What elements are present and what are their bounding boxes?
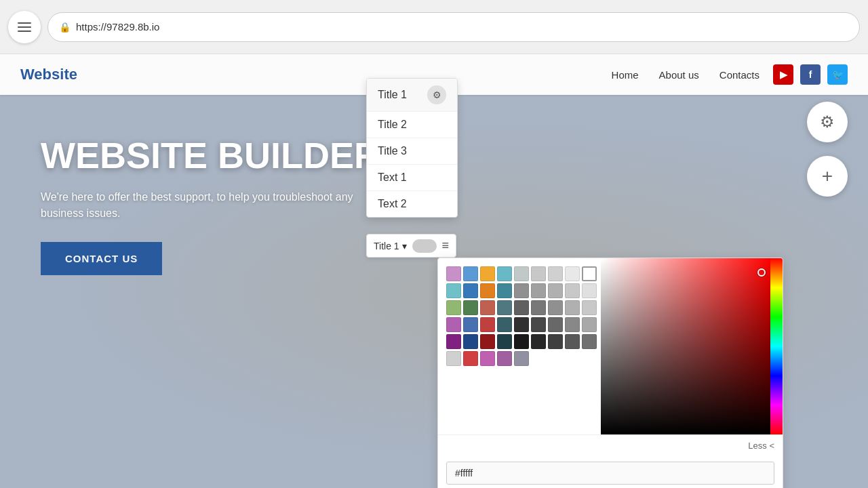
less-button[interactable]: Less < [748,441,774,451]
browser-chrome: 🔒 https://97829.8b.io [0,0,868,54]
swatch[interactable] [463,334,478,349]
swatch[interactable] [565,283,580,298]
swatch[interactable] [480,317,495,332]
nav-contacts[interactable]: Contacts [719,69,760,81]
swatch[interactable] [480,300,495,315]
dropdown-menu: Title 1 ⚙ Title 2 Title 3 Text 1 Text 2 [366,78,458,218]
swatch[interactable] [446,334,461,349]
swatch[interactable] [497,334,512,349]
nav-about[interactable]: About us [659,69,699,81]
swatch[interactable] [548,334,563,349]
swatch[interactable] [565,266,580,281]
swatch[interactable] [497,283,512,298]
swatch[interactable] [480,351,495,366]
swatch[interactable] [446,300,461,315]
twitter-icon[interactable]: 🐦 [827,64,848,85]
swatch[interactable] [582,283,597,298]
toolbar-title-text: Title 1 [374,241,399,251]
align-icon[interactable]: ≡ [442,239,450,253]
menu-line [18,26,31,28]
address-bar[interactable]: 🔒 https://97829.8b.io [47,12,860,42]
color-picker-panel: Less < [437,258,783,488]
swatch[interactable] [497,300,512,315]
swatch[interactable] [514,283,529,298]
picker-crosshair [757,268,766,277]
swatch[interactable] [446,351,461,366]
swatch[interactable] [480,266,495,281]
dropdown-item-label: Title 1 [378,89,407,101]
swatch[interactable] [497,351,512,366]
gradient-brightness [601,258,770,434]
site-nav: Home About us Contacts [612,69,760,81]
dropdown-item-title3[interactable]: Title 3 [367,138,457,165]
swatch[interactable] [531,317,546,332]
lock-icon: 🔒 [59,22,71,33]
swatch[interactable] [463,283,478,298]
fab-add-button[interactable]: + [807,156,848,197]
dropdown-item-title2[interactable]: Title 2 [367,112,457,138]
swatch[interactable] [463,300,478,315]
site-logo: Website [20,66,612,83]
nav-home[interactable]: Home [612,69,639,81]
gradient-picker[interactable] [601,258,783,434]
swatch[interactable] [480,283,495,298]
swatch[interactable] [514,266,529,281]
hero-content: WEBSITE BUILDER We're here to offer the … [41,136,393,275]
swatch[interactable] [531,300,546,315]
hero-title: WEBSITE BUILDER [41,136,393,176]
swatch[interactable] [480,334,495,349]
youtube-icon[interactable]: ▶ [773,64,793,85]
chevron-down-icon: ▾ [402,241,407,251]
dropdown-item-title1[interactable]: Title 1 ⚙ [367,79,457,112]
dropdown-container: Title 1 ⚙ Title 2 Title 3 Text 1 Text 2 [366,78,458,218]
dropdown-item-text2[interactable]: Text 2 [367,191,457,217]
facebook-icon[interactable]: f [800,64,821,85]
swatch[interactable] [548,317,563,332]
contact-us-button[interactable]: CONTACT US [41,242,162,275]
dropdown-item-label: Title 2 [378,119,407,131]
swatch[interactable] [463,351,478,366]
dropdown-item-label: Text 2 [378,198,407,210]
less-btn-row: Less < [438,434,783,456]
hue-bar[interactable] [770,258,783,434]
dropdown-settings-cog[interactable]: ⚙ [427,85,446,104]
social-icons: ▶ f 🐦 [773,64,848,85]
swatch[interactable] [565,334,580,349]
swatch[interactable] [531,283,546,298]
color-picker-inner [438,258,783,434]
swatch[interactable] [548,300,563,315]
swatch[interactable] [514,351,529,366]
swatch[interactable] [565,317,580,332]
swatch[interactable] [514,334,529,349]
swatch[interactable] [463,266,478,281]
hex-input[interactable] [446,462,774,485]
cog-icon: ⚙ [433,89,441,100]
swatch[interactable] [582,300,597,315]
swatch[interactable] [463,317,478,332]
plus-icon: + [822,165,833,187]
swatch[interactable] [531,334,546,349]
swatch[interactable] [446,283,461,298]
swatch[interactable] [446,317,461,332]
text-toolbar: Title 1 ▾ ≡ [366,234,456,258]
toolbar-toggle[interactable] [412,239,437,253]
swatch[interactable] [548,283,563,298]
swatch[interactable] [531,266,546,281]
url-text: https://97829.8b.io [76,21,159,33]
swatch[interactable] [514,300,529,315]
swatch[interactable] [565,300,580,315]
fab-settings-button[interactable]: ⚙ [807,102,848,142]
swatch[interactable] [582,317,597,332]
swatch[interactable] [497,266,512,281]
swatch[interactable] [446,266,461,281]
gear-icon: ⚙ [820,113,835,131]
swatch[interactable] [582,334,597,349]
dropdown-item-text1[interactable]: Text 1 [367,165,457,191]
swatch-white[interactable] [582,266,597,281]
swatch[interactable] [514,317,529,332]
toolbar-title-label[interactable]: Title 1 ▾ [374,241,407,251]
swatch[interactable] [497,317,512,332]
swatch[interactable] [548,266,563,281]
menu-line [18,30,31,32]
browser-menu-button[interactable] [8,11,41,43]
